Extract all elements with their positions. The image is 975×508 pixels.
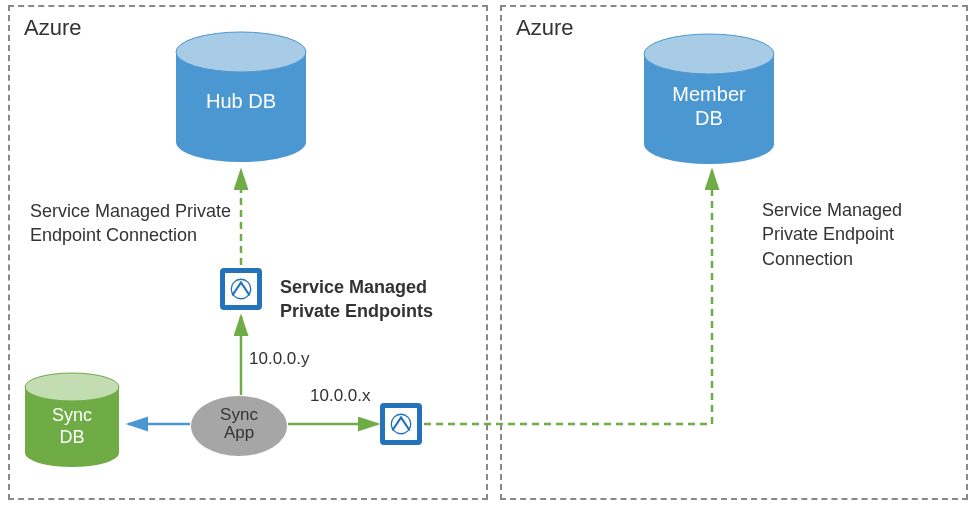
sync-db-label: Sync DB bbox=[22, 405, 122, 448]
endpoints-title: Service Managed Private Endpoints bbox=[280, 275, 470, 324]
right-endpoint-label: Service Managed Private Endpoint Connect… bbox=[762, 198, 962, 271]
private-endpoint-icon-top bbox=[220, 268, 262, 310]
hub-db-label: Hub DB bbox=[172, 89, 310, 113]
private-endpoint-icon-right bbox=[380, 403, 422, 445]
sync-db: Sync DB bbox=[22, 370, 122, 470]
left-endpoint-label: Service Managed Private Endpoint Connect… bbox=[30, 199, 240, 248]
ip-y-label: 10.0.0.y bbox=[249, 348, 310, 371]
ip-x-label: 10.0.0.x bbox=[310, 385, 371, 408]
sync-app: Sync App bbox=[190, 395, 288, 457]
member-db: Member DB bbox=[640, 30, 778, 168]
member-db-label: Member DB bbox=[640, 82, 778, 130]
hub-db: Hub DB bbox=[172, 28, 310, 166]
sync-app-label: Sync App bbox=[190, 406, 288, 443]
